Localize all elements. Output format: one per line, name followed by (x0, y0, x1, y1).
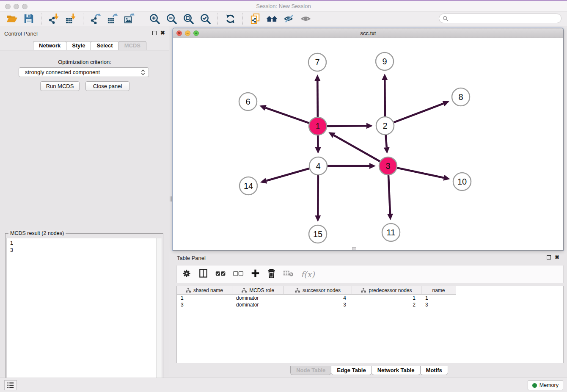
column-header-MCDS-role[interactable]: MCDS role (232, 286, 284, 295)
cell-name[interactable]: 1 (421, 295, 456, 301)
criterion-dropdown[interactable]: strongly connected component (19, 67, 149, 77)
tab-mcds[interactable]: MCDS (118, 41, 146, 50)
table-row[interactable]: 3dominator323 (177, 301, 563, 308)
edge-1-2[interactable] (327, 123, 373, 129)
mcds-result-textarea[interactable]: 1 3 (6, 238, 162, 392)
settings-gear-icon[interactable] (182, 269, 191, 280)
zoom-selected-icon[interactable] (199, 12, 212, 25)
close-panel-button[interactable]: Close panel (85, 81, 129, 91)
tab-motifs[interactable]: Motifs (420, 366, 448, 375)
search-field[interactable] (439, 14, 561, 23)
table-toolbar: f(x) (176, 265, 564, 283)
edge-4-15[interactable] (315, 175, 321, 222)
tab-select[interactable]: Select (91, 41, 118, 50)
graph-node-6[interactable]: 6 (239, 93, 257, 110)
edge-4-14[interactable] (260, 168, 309, 184)
network-graph[interactable]: 7968124314101511 (173, 38, 563, 250)
cell-shared-name[interactable]: 3 (177, 301, 232, 308)
graph-node-9[interactable]: 9 (376, 52, 394, 70)
zoom-fit-icon[interactable] (182, 12, 195, 25)
edge-1-7[interactable] (314, 75, 320, 117)
edge-1-6[interactable] (259, 105, 309, 123)
cell-successor-nodes[interactable]: 4 (284, 295, 352, 301)
task-history-button[interactable] (4, 380, 17, 390)
cell-MCDS-role[interactable]: dominator (232, 295, 284, 301)
table-tabs: Node TableEdge TableNetwork TableMotifs (173, 366, 565, 375)
hide-graphics-icon[interactable] (283, 12, 295, 25)
edge-2-3[interactable] (384, 135, 390, 154)
criterion-value: strongly connected component (25, 69, 100, 75)
cell-shared-name[interactable]: 1 (177, 295, 232, 301)
cell-predecessor-nodes[interactable]: 2 (352, 301, 421, 308)
cell-successor-nodes[interactable]: 3 (284, 301, 352, 308)
graph-node-8[interactable]: 8 (452, 88, 470, 106)
window-title: Session: New Session (0, 3, 567, 9)
unselect-all-icon[interactable] (233, 270, 244, 278)
result-scrollbar[interactable] (156, 238, 162, 392)
graph-node-10[interactable]: 10 (453, 173, 471, 190)
search-input[interactable] (451, 16, 558, 22)
open-file-icon[interactable] (6, 12, 18, 25)
column-header-name[interactable]: name (421, 286, 456, 295)
memory-button[interactable]: Memory (528, 380, 563, 390)
graph-node-2[interactable]: 2 (376, 117, 394, 135)
edge-3-1[interactable] (328, 132, 380, 161)
graph-node-4[interactable]: 4 (309, 157, 327, 175)
control-panel: Control Panel ✖ NetworkStyleSelectMCDS O… (0, 26, 169, 376)
edge-3-10[interactable] (397, 168, 450, 181)
graph-node-14[interactable]: 14 (239, 177, 257, 195)
run-mcds-button[interactable]: Run MCDS (40, 81, 80, 91)
cell-predecessor-nodes[interactable]: 1 (352, 295, 421, 301)
window-resize-grip[interactable] (352, 247, 356, 250)
graph-node-11[interactable]: 11 (382, 224, 400, 241)
graph-node-1[interactable]: 1 (309, 117, 327, 135)
column-header-successor-nodes[interactable]: successor nodes (284, 286, 352, 295)
tab-network-table[interactable]: Network Table (372, 366, 421, 375)
search-icon (443, 16, 449, 22)
network-window-titlebar[interactable]: ✕ − + scc.txt (173, 28, 563, 38)
save-session-icon[interactable] (22, 12, 35, 25)
export-network-icon[interactable] (89, 12, 102, 25)
tab-style[interactable]: Style (66, 41, 91, 50)
column-header-predecessor-nodes[interactable]: predecessor nodes (352, 286, 421, 295)
import-network-icon[interactable] (47, 12, 60, 25)
tab-node-table[interactable]: Node Table (290, 366, 331, 375)
add-row-icon[interactable] (251, 269, 260, 279)
delete-rows-icon[interactable] (267, 269, 276, 280)
refresh-icon[interactable] (224, 12, 237, 25)
cell-name[interactable]: 3 (421, 301, 456, 308)
edge-3-11[interactable] (387, 175, 393, 220)
column-header-shared-name[interactable]: shared name (177, 286, 232, 295)
float-panel-icon[interactable] (547, 255, 551, 259)
tab-network[interactable]: Network (33, 41, 66, 50)
export-image-icon[interactable] (123, 12, 136, 25)
column-view-icon[interactable] (198, 268, 208, 280)
panel-splitter[interactable] (171, 196, 172, 202)
zoom-out-icon[interactable] (165, 12, 178, 25)
svg-text:4: 4 (316, 161, 320, 171)
export-table-icon[interactable] (106, 12, 119, 25)
clone-network-icon[interactable] (249, 12, 261, 25)
panel-splitter[interactable] (170, 196, 171, 202)
select-all-icon[interactable] (215, 270, 226, 278)
memory-status-icon (532, 383, 537, 388)
home-networks-icon[interactable] (266, 12, 278, 25)
graph-node-15[interactable]: 15 (309, 225, 327, 243)
edge-4-3[interactable] (328, 163, 376, 169)
edge-2-8[interactable] (394, 101, 449, 122)
float-panel-icon[interactable] (152, 31, 157, 35)
cell-MCDS-role[interactable]: dominator (232, 301, 284, 308)
graph-node-3[interactable]: 3 (379, 157, 397, 175)
close-panel-icon[interactable]: ✖ (160, 30, 165, 36)
close-panel-icon[interactable]: ✖ (555, 255, 559, 260)
network-canvas[interactable]: 7968124314101511 (173, 38, 563, 250)
table-row[interactable]: 1dominator411 (177, 295, 563, 301)
zoom-in-icon[interactable] (148, 12, 161, 25)
import-table-icon[interactable] (64, 12, 77, 25)
edge-1-4[interactable] (315, 135, 321, 154)
tab-edge-table[interactable]: Edge Table (331, 366, 372, 375)
function-builder-icon: f(x) (301, 270, 315, 279)
mcds-result-fieldset: MCDS result (2 nodes) 1 3 (5, 233, 163, 392)
edge-2-9[interactable] (382, 74, 388, 116)
graph-node-7[interactable]: 7 (308, 53, 326, 71)
